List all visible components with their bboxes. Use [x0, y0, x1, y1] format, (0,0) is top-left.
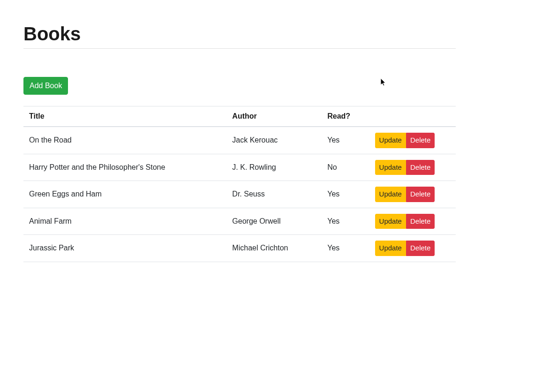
- row-action-group: UpdateDelete: [375, 241, 435, 256]
- cell-title: Harry Potter and the Philosopher's Stone: [23, 154, 226, 181]
- cell-title: Animal Farm: [23, 208, 226, 235]
- add-book-button[interactable]: Add Book: [23, 77, 68, 95]
- update-button[interactable]: Update: [375, 133, 406, 148]
- cell-actions: UpdateDelete: [369, 127, 456, 154]
- delete-button[interactable]: Delete: [406, 160, 435, 175]
- table-row: Harry Potter and the Philosopher's Stone…: [23, 154, 456, 181]
- delete-button[interactable]: Delete: [406, 133, 435, 148]
- cell-read: Yes: [322, 181, 369, 208]
- header-actions: [369, 106, 456, 127]
- cell-read: Yes: [322, 127, 369, 154]
- update-button[interactable]: Update: [375, 160, 406, 175]
- page-title: Books: [23, 23, 456, 45]
- delete-button[interactable]: Delete: [406, 241, 435, 256]
- row-action-group: UpdateDelete: [375, 187, 435, 202]
- header-read: Read?: [322, 106, 369, 127]
- cell-author: Michael Crichton: [226, 235, 322, 262]
- table-row: Green Eggs and HamDr. SeussYesUpdateDele…: [23, 181, 456, 208]
- cell-actions: UpdateDelete: [369, 154, 456, 181]
- cell-title: On the Road: [23, 127, 226, 154]
- cell-read: Yes: [322, 235, 369, 262]
- cell-read: Yes: [322, 208, 369, 235]
- delete-button[interactable]: Delete: [406, 187, 435, 202]
- header-title: Title: [23, 106, 226, 127]
- table-header-row: Title Author Read?: [23, 106, 456, 127]
- cell-author: George Orwell: [226, 208, 322, 235]
- cell-actions: UpdateDelete: [369, 181, 456, 208]
- table-row: Jurassic ParkMichael CrichtonYesUpdateDe…: [23, 235, 456, 262]
- cell-read: No: [322, 154, 369, 181]
- divider: [23, 48, 456, 49]
- table-row: On the RoadJack KerouacYesUpdateDelete: [23, 127, 456, 154]
- row-action-group: UpdateDelete: [375, 160, 435, 175]
- update-button[interactable]: Update: [375, 241, 406, 256]
- row-action-group: UpdateDelete: [375, 214, 435, 229]
- header-author: Author: [226, 106, 322, 127]
- cell-author: J. K. Rowling: [226, 154, 322, 181]
- delete-button[interactable]: Delete: [406, 214, 435, 229]
- update-button[interactable]: Update: [375, 214, 406, 229]
- cell-actions: UpdateDelete: [369, 208, 456, 235]
- cell-title: Jurassic Park: [23, 235, 226, 262]
- books-table: Title Author Read? On the RoadJack Kerou…: [23, 106, 456, 262]
- cell-author: Jack Kerouac: [226, 127, 322, 154]
- cell-actions: UpdateDelete: [369, 235, 456, 262]
- update-button[interactable]: Update: [375, 187, 406, 202]
- table-row: Animal FarmGeorge OrwellYesUpdateDelete: [23, 208, 456, 235]
- row-action-group: UpdateDelete: [375, 133, 435, 148]
- cell-author: Dr. Seuss: [226, 181, 322, 208]
- cell-title: Green Eggs and Ham: [23, 181, 226, 208]
